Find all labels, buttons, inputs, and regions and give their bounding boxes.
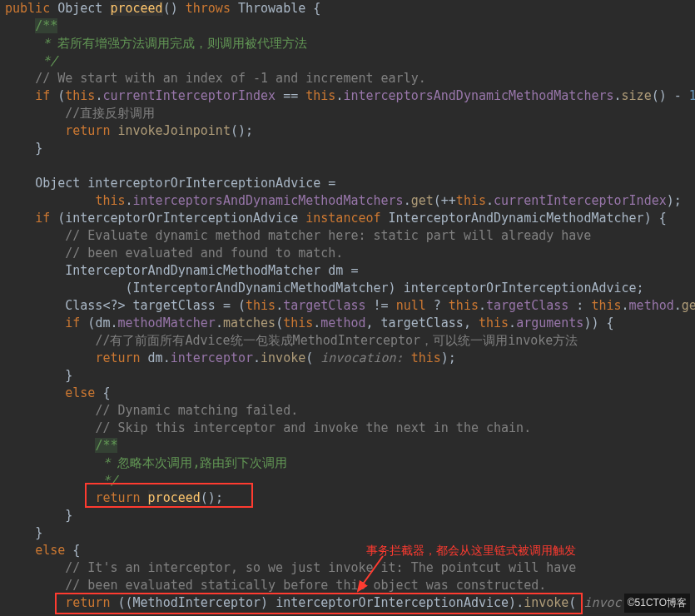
watermark: ©51CTO博客: [624, 594, 690, 613]
annotation-text: 事务拦截器，都会从这里链式被调用触发: [366, 542, 576, 559]
code-block: public Object proceed() throws Throwable…: [0, 0, 695, 612]
